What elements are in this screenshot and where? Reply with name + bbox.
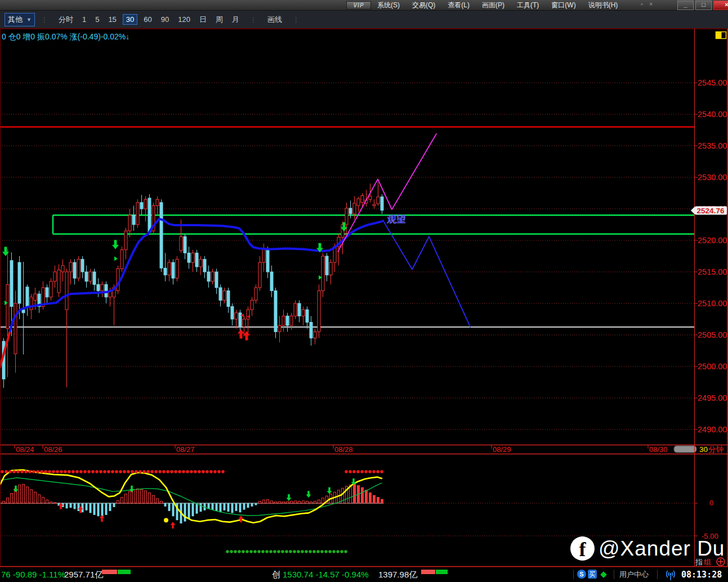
- macd-bar-negative: [101, 503, 104, 517]
- candle-body: [136, 203, 139, 225]
- candle-body: [69, 262, 72, 272]
- period-button-30[interactable]: 30: [123, 14, 137, 25]
- macd-sell-arrow: [306, 491, 311, 498]
- quote-info-line: 0 仓0 增0 振0.07% 涨(-0.49)-0.02%↓: [2, 32, 129, 42]
- menu-item[interactable]: 说明书(H): [588, 1, 618, 10]
- macd-bar-positive: [259, 502, 261, 503]
- menu-item[interactable]: 系统(S): [377, 1, 400, 10]
- short-hold-dot: [372, 470, 376, 473]
- period-button-1[interactable]: 1: [79, 15, 89, 24]
- period-button-120[interactable]: 120: [175, 15, 193, 24]
- macd-bar-positive: [26, 487, 29, 503]
- candle-body: [187, 253, 190, 262]
- short-hold-dot: [103, 470, 106, 473]
- menu-item[interactable]: 查看(L): [448, 1, 470, 10]
- long-hold-dot: [340, 550, 343, 553]
- pin-icon[interactable]: ▫: [641, 1, 643, 7]
- short-hold-dot: [198, 470, 201, 473]
- index-prefix-middle: 创: [272, 570, 280, 580]
- other-dropdown[interactable]: 其他 ▼: [5, 13, 35, 26]
- long-hold-dot: [261, 550, 265, 553]
- price-tick-label: 2510.00: [698, 299, 727, 308]
- title-bar: VIP 系统(S)交易(Q)查看(L)画面(P)工具(T)窗口(W)说明书(H)…: [0, 0, 728, 11]
- short-hold-dot: [75, 470, 79, 473]
- candle-body: [270, 272, 273, 291]
- period-button-15[interactable]: 15: [105, 15, 119, 24]
- menu-item[interactable]: 工具(T): [517, 1, 539, 10]
- diamond-icon[interactable]: ◆: [599, 570, 608, 579]
- long-hold-dot: [316, 550, 320, 553]
- candlestick-chart-canvas[interactable]: 2545.002540.002535.002530.002525.002520.…: [0, 28, 728, 567]
- candle-body: [85, 272, 88, 281]
- long-hold-dot: [320, 550, 324, 553]
- short-hold-dot: [345, 470, 348, 473]
- long-hold-dot: [293, 550, 296, 553]
- menu-item[interactable]: 窗口(W): [551, 1, 575, 10]
- maximize-button[interactable]: □: [695, 1, 712, 10]
- long-hold-dot: [242, 550, 245, 553]
- macd-bar-positive: [310, 502, 312, 503]
- candle-body: [176, 259, 178, 279]
- draw-line-button[interactable]: 画线: [265, 14, 285, 25]
- macd-bar-negative: [192, 503, 194, 516]
- short-hold-dot: [364, 470, 368, 473]
- period-button-周[interactable]: 周: [213, 14, 226, 25]
- period-button-90[interactable]: 90: [158, 15, 172, 24]
- long-hold-dot: [238, 550, 241, 553]
- short-hold-dot: [119, 470, 122, 473]
- short-hold-dot: [142, 470, 146, 473]
- macd-bar-positive: [302, 501, 305, 503]
- period-button-5[interactable]: 5: [92, 15, 102, 24]
- short-hold-dot: [190, 470, 193, 473]
- macd-bar-positive: [11, 494, 13, 503]
- macd-bar-negative: [66, 503, 68, 508]
- macd-bar-positive: [30, 490, 33, 503]
- date-label: 08/29: [493, 445, 511, 454]
- candle-body: [361, 195, 364, 202]
- short-hold-dot: [166, 470, 169, 473]
- macd-bar-positive: [314, 502, 316, 503]
- candle-body: [156, 199, 159, 205]
- status-bar: 76 -90.89 -1.11% 2957.71亿 创 1530.74 -14.…: [0, 567, 728, 582]
- macd-bar-negative: [224, 503, 226, 511]
- menu-item[interactable]: 画面(P): [482, 1, 504, 10]
- short-hold-dot: [83, 470, 87, 473]
- date-label: 08/24: [16, 445, 34, 454]
- menu-item[interactable]: 交易(Q): [412, 1, 435, 10]
- small-close-icon[interactable]: ×: [649, 1, 653, 7]
- short-hold-dot: [87, 470, 91, 473]
- short-hold-dot: [209, 470, 213, 473]
- candle-body: [26, 287, 29, 307]
- period-button-日[interactable]: 日: [196, 14, 209, 25]
- short-hold-dot: [186, 470, 189, 473]
- candle-body: [318, 291, 320, 332]
- macd-bar-positive: [42, 498, 44, 503]
- toolbar-separator: ⋮: [250, 16, 257, 24]
- candle-body: [128, 215, 131, 231]
- close-button[interactable]: ×: [713, 1, 728, 10]
- vip-badge[interactable]: VIP: [346, 1, 371, 10]
- candle-body: [227, 291, 230, 307]
- candle-body: [266, 250, 269, 272]
- period-button-60[interactable]: 60: [141, 15, 154, 24]
- short-hold-dot: [28, 470, 32, 473]
- messenger-icon[interactable]: S: [577, 570, 586, 579]
- chevron-down-icon: ▼: [26, 17, 32, 23]
- period-button-分时[interactable]: 分时: [56, 14, 76, 25]
- price-tick-label: 2490.00: [698, 425, 727, 434]
- scrollbar-thumb[interactable]: [674, 446, 696, 453]
- period-button-月[interactable]: 月: [229, 14, 242, 25]
- macd-buy-arrow: [100, 515, 105, 522]
- chart-area[interactable]: 0 仓0 增0 振0.07% 涨(-0.49)-0.02%↓ 2545.0025…: [0, 28, 728, 567]
- short-hold-dot: [79, 470, 83, 473]
- price-tick-label: 2545.00: [698, 78, 727, 87]
- buy-icon[interactable]: 买: [588, 570, 597, 579]
- short-hold-dot: [135, 470, 138, 473]
- macd-bar-negative: [78, 503, 80, 511]
- candle-body: [101, 284, 104, 290]
- macd-bar-negative: [251, 503, 253, 507]
- user-center-link[interactable]: 用户中心: [619, 570, 649, 580]
- short-hold-dot: [52, 470, 55, 473]
- short-hold-dot: [32, 470, 35, 473]
- minimize-button[interactable]: _: [677, 1, 694, 10]
